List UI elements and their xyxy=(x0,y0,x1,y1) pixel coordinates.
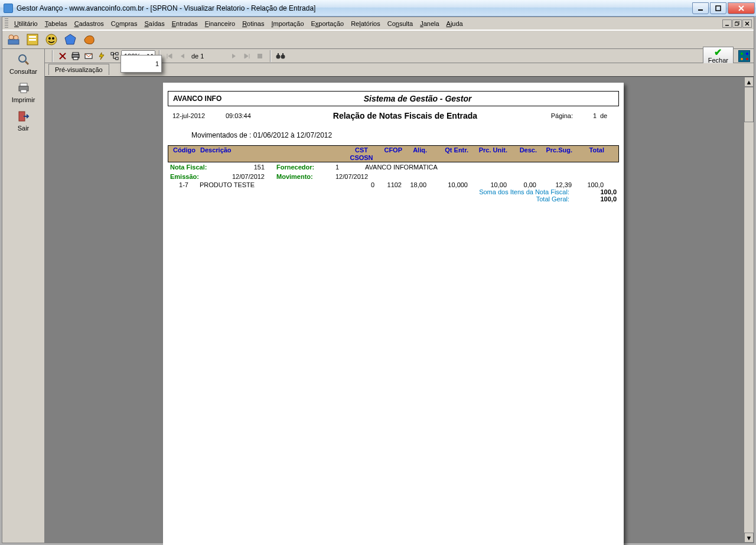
scroll-thumb[interactable] xyxy=(744,87,754,122)
item-ps: 12,39 xyxy=(539,181,574,188)
mov-val: 12/07/2012 xyxy=(335,173,383,180)
mail-icon[interactable] xyxy=(83,50,94,62)
svg-line-20 xyxy=(25,61,28,64)
sidebar-consultar[interactable]: Consultar xyxy=(6,53,41,75)
forn-nome: AVANCO INFORMATICA xyxy=(365,164,438,171)
svg-point-16 xyxy=(48,37,51,40)
report-time: 09:03:44 xyxy=(226,112,273,119)
bolt-icon[interactable] xyxy=(96,50,107,62)
svg-rect-29 xyxy=(73,57,78,60)
page-number-input[interactable] xyxy=(120,55,162,73)
soma-val: 100,0 xyxy=(581,188,617,195)
menu-entradas[interactable]: Entradas xyxy=(168,19,201,28)
nav-next-icon[interactable] xyxy=(228,50,240,62)
app-icon xyxy=(4,4,13,13)
mdi-restore-button[interactable] xyxy=(732,19,742,28)
fechar-label: Fechar xyxy=(708,57,728,64)
item-row: 1-7 PRODUTO TESTE 0 1102 18,00 10,000 10… xyxy=(168,181,619,188)
tree-icon[interactable] xyxy=(109,50,120,62)
soma-row: Soma dos Itens da Nota Fiscal: 100,0 xyxy=(168,188,619,195)
app-client-area: Utilitário Tabelas Cadastros Compras Saí… xyxy=(2,17,754,543)
close-button[interactable] xyxy=(728,2,755,14)
nav-first-icon[interactable] xyxy=(164,50,175,62)
cancel-icon[interactable] xyxy=(57,50,69,62)
menu-importacao[interactable]: Importação xyxy=(268,19,307,28)
col-cst: CST xyxy=(346,146,377,154)
fechar-button[interactable]: ✔ Fechar xyxy=(703,47,734,66)
mdi-close-button[interactable] xyxy=(742,19,752,28)
report-toolbar: 100% de 1 ✔ Fechar xyxy=(45,49,754,63)
menubar-grip xyxy=(5,18,8,29)
print-icon[interactable] xyxy=(70,50,82,62)
menu-utilitario[interactable]: Utilitário xyxy=(11,19,41,28)
menu-financeiro[interactable]: Financeiro xyxy=(201,19,239,28)
col-aliq: Aliq. xyxy=(405,146,429,154)
toolbar-icon4[interactable] xyxy=(63,32,78,47)
menu-janela[interactable]: Janela xyxy=(416,19,442,28)
menu-rotinas[interactable]: Rotinas xyxy=(239,19,268,28)
emissao-val: 12/07/2012 xyxy=(217,173,265,180)
page-of-label: de 1 xyxy=(191,53,204,60)
svg-rect-33 xyxy=(116,53,118,55)
svg-rect-34 xyxy=(116,57,118,60)
scroll-up-icon[interactable]: ▲ xyxy=(744,77,754,87)
printer-icon xyxy=(17,81,31,95)
nf-label: Nota Fiscal: xyxy=(170,164,229,171)
forn-cod: 1 xyxy=(335,164,347,171)
pagina-label: Página: xyxy=(537,112,573,119)
sidebar-imprimir-label: Imprimir xyxy=(12,96,35,103)
total-label: Total Geral: xyxy=(170,195,581,203)
menu-compras[interactable]: Compras xyxy=(107,19,141,28)
menubar: Utilitário Tabelas Cadastros Compras Saí… xyxy=(2,17,754,30)
menu-ajuda[interactable]: Ajuda xyxy=(443,19,467,28)
nf-num: 151 xyxy=(229,164,265,171)
menu-cadastros[interactable]: Cadastros xyxy=(71,19,107,28)
nav-last-icon[interactable] xyxy=(241,50,253,62)
svg-rect-13 xyxy=(29,36,36,38)
menu-saidas[interactable]: Saídas xyxy=(141,19,168,28)
col-codigo: Código xyxy=(171,146,198,154)
item-tot: 100,0 xyxy=(574,181,606,188)
svg-point-15 xyxy=(46,34,57,45)
item-aliq: 18,00 xyxy=(404,181,429,188)
svg-rect-38 xyxy=(278,53,279,56)
item-descricao: PRODUTO TESTE xyxy=(197,181,345,188)
nav-prev-icon[interactable] xyxy=(177,50,188,62)
color-dots-icon[interactable] xyxy=(738,50,750,62)
emissao-label: Emissão: xyxy=(170,173,217,180)
exit-icon xyxy=(17,109,31,123)
menu-relatorios[interactable]: Relatórios xyxy=(347,19,384,28)
nav-stop-icon[interactable] xyxy=(254,50,266,62)
forn-label: Fornecedor: xyxy=(276,164,335,171)
mdi-minimize-button[interactable] xyxy=(722,19,732,28)
nf-row1: Nota Fiscal: 151 Fornecedor: 1 AVANCO IN… xyxy=(168,162,619,172)
sidebar-imprimir[interactable]: Imprimir xyxy=(6,81,41,103)
svg-rect-1 xyxy=(716,6,721,11)
svg-marker-31 xyxy=(99,53,104,60)
toolbar-icon5[interactable] xyxy=(82,32,97,47)
sidebar: Consultar Imprimir Sair xyxy=(2,49,45,543)
svg-point-17 xyxy=(52,37,54,40)
toolbar-icon2[interactable] xyxy=(25,32,40,47)
maximize-button[interactable] xyxy=(710,2,726,14)
toolbar-icon3[interactable] xyxy=(44,32,59,47)
report-header: AVANCO INFO Sistema de Gestão - Gestor xyxy=(168,91,619,106)
company-name: AVANCO INFO xyxy=(173,94,221,103)
item-pu: 10,00 xyxy=(470,181,509,188)
sidebar-sair[interactable]: Sair xyxy=(6,109,41,132)
menu-exportacao[interactable]: Exportação xyxy=(308,19,348,28)
report-subheader: 12-jul-2012 09:03:44 Relação de Notas Fi… xyxy=(168,106,619,120)
svg-point-9 xyxy=(9,35,14,40)
col-pu: Prc. Unit. xyxy=(471,146,510,154)
item-cst: 0 xyxy=(345,181,377,188)
svg-rect-6 xyxy=(735,22,738,25)
scroll-down-icon[interactable]: ▼ xyxy=(744,533,754,543)
menu-tabelas[interactable]: Tabelas xyxy=(41,19,71,28)
toolbar-users-icon[interactable] xyxy=(6,32,21,47)
binoculars-icon[interactable] xyxy=(275,50,286,62)
minimize-button[interactable] xyxy=(692,2,709,14)
vertical-scrollbar[interactable]: ▲ ▼ xyxy=(744,77,754,543)
tab-preview[interactable]: Pré-visualização xyxy=(48,64,109,75)
col-tot: Total xyxy=(575,146,607,154)
menu-consulta[interactable]: Consulta xyxy=(384,19,416,28)
